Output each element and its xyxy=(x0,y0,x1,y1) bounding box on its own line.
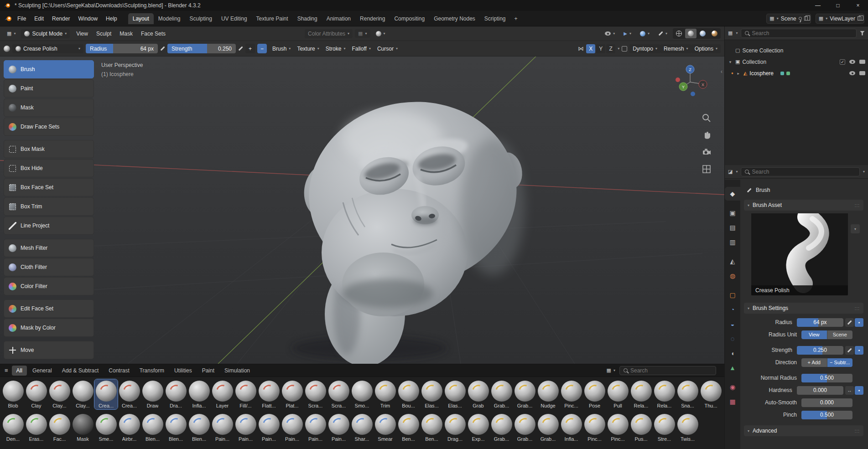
radius-pressure-icon[interactable] xyxy=(161,46,165,51)
brush-asset[interactable]: Grab... xyxy=(513,379,536,409)
display-size-button[interactable]: ▦ ▾ xyxy=(603,366,619,375)
properties-search-input[interactable] xyxy=(752,169,856,175)
brush-asset[interactable]: Twis... xyxy=(676,413,699,443)
brush-asset[interactable]: Stre... xyxy=(653,413,676,443)
asset-shelf-tab[interactable]: Contrast xyxy=(104,366,134,376)
properties-editor-icon[interactable]: ◪ xyxy=(728,169,733,175)
brush-asset[interactable]: Smear xyxy=(374,413,397,443)
brush-asset[interactable]: Elas... xyxy=(443,379,467,409)
pressure-icon[interactable] xyxy=(845,318,854,327)
camera-view-icon[interactable] xyxy=(702,147,712,157)
proportional-editing-button[interactable]: ▾ xyxy=(373,30,389,38)
symmetry-axis-button[interactable]: Y xyxy=(596,44,605,53)
brush-asset[interactable]: Clay... xyxy=(71,379,94,409)
disable-in-render-icon[interactable] xyxy=(859,71,865,75)
asset-shelf-tab[interactable]: Transform xyxy=(135,366,169,376)
pressure-icon[interactable] xyxy=(845,346,854,355)
workspace-tab[interactable]: Texture Paint xyxy=(252,13,293,24)
sidebar-toggle-icon[interactable]: ‹ xyxy=(721,68,722,75)
brush-asset[interactable]: Crea... xyxy=(118,379,141,409)
brush-asset[interactable]: Crea... xyxy=(94,379,118,409)
toggle-option[interactable]: View xyxy=(801,330,827,339)
brush-asset[interactable]: Sme... xyxy=(94,413,118,443)
hardness-slider[interactable]: 0.000 xyxy=(797,386,843,395)
editor-type-button[interactable]: ▦ ▾ xyxy=(4,29,19,38)
panel-grip-icon[interactable]: ::: xyxy=(855,203,860,208)
brush-asset[interactable]: Trim xyxy=(374,379,397,409)
pinch-slider[interactable]: 0.500 xyxy=(801,411,852,419)
unified-hardness-toggle[interactable]: ▪ xyxy=(855,386,863,395)
workspace-tab[interactable]: UV Editing xyxy=(217,13,252,24)
invert-pressure-icon[interactable]: ↔ xyxy=(845,386,854,395)
mode-selector[interactable]: Sculpt Mode ▾ xyxy=(21,29,70,38)
brush-asset[interactable]: Flatt... xyxy=(257,379,281,409)
close-button[interactable]: × xyxy=(848,0,868,11)
brush-asset[interactable]: Rela... xyxy=(653,379,676,409)
properties-tab[interactable]: ◒ xyxy=(725,317,740,331)
unified-radius-toggle[interactable]: ▪ xyxy=(855,318,863,327)
tool-dropdown[interactable]: Stroke ▾ xyxy=(322,44,349,53)
properties-tab[interactable]: ▥ xyxy=(725,235,740,249)
move-view-hand-icon[interactable] xyxy=(702,129,712,139)
brush-asset[interactable]: Grab... xyxy=(536,413,560,443)
sculpt-option-dropdown[interactable]: Options ▾ xyxy=(691,44,721,53)
brush-asset[interactable]: Elas... xyxy=(420,379,443,409)
shading-wireframe-button[interactable] xyxy=(673,29,685,38)
properties-tab[interactable]: ◉ xyxy=(725,380,740,394)
asset-shelf-tab[interactable]: All xyxy=(12,366,27,376)
tool-dropdown[interactable]: Texture ▾ xyxy=(294,44,322,53)
outliner-search[interactable] xyxy=(741,29,857,38)
brush-asset[interactable]: Pus... xyxy=(629,413,653,443)
annotation-dropdown[interactable]: ▾ xyxy=(655,30,670,37)
brush-asset[interactable]: Blob xyxy=(1,379,25,409)
viewport-canvas[interactable]: User Perspective (1) Icosphere Z X Y xyxy=(0,57,724,364)
gizmos-dropdown[interactable]: ▶ ▾ xyxy=(620,30,634,37)
workspace-tab[interactable]: Layout xyxy=(128,13,154,24)
brush-asset[interactable]: Blen... xyxy=(187,413,211,443)
hide-in-viewport-icon[interactable] xyxy=(849,60,855,64)
brush-asset[interactable]: Pain... xyxy=(234,413,257,443)
menu-item[interactable]: Window xyxy=(74,14,102,24)
auto-smooth-slider[interactable]: 0.000 xyxy=(801,398,852,407)
hide-in-viewport-icon[interactable] xyxy=(849,71,855,75)
symmetry-icon[interactable]: ⋈ xyxy=(578,45,584,52)
shading-rendered-button[interactable] xyxy=(709,29,720,38)
unified-strength-toggle[interactable]: ▪ xyxy=(855,346,863,355)
navigation-gizmo[interactable]: Z X Y xyxy=(672,63,708,99)
normal-radius-slider[interactable]: 0.500 xyxy=(801,374,852,382)
brush-asset[interactable]: Grab... xyxy=(513,413,536,443)
workspace-tab[interactable]: Rendering xyxy=(355,13,390,24)
properties-tab[interactable]: ▣ xyxy=(725,206,740,220)
tool-button[interactable]: Box Mask xyxy=(4,140,94,158)
advanced-panel-header[interactable]: ▾ Advanced ::: xyxy=(744,425,863,436)
workspace-tab[interactable]: Sculpting xyxy=(185,13,217,24)
strength-slider[interactable]: 0.250 xyxy=(797,346,843,355)
brush-asset[interactable]: Scra... xyxy=(304,379,327,409)
viewport-menu-item[interactable]: Face Sets xyxy=(137,29,170,38)
symmetry-axis-button[interactable]: Z xyxy=(606,44,615,53)
tool-button[interactable]: Brush xyxy=(4,60,94,78)
brush-preview-dropdown[interactable]: ▾ xyxy=(851,224,860,233)
asset-shelf-tab[interactable]: Add & Subtract xyxy=(57,366,104,376)
tool-button[interactable]: Line Project xyxy=(4,217,94,235)
overlays-dropdown[interactable]: ▾ xyxy=(637,30,653,38)
brush-asset[interactable]: Fac... xyxy=(48,413,71,443)
expand-icon[interactable]: ▸ xyxy=(736,71,741,76)
brush-asset-panel-header[interactable]: ▾ Brush Asset ::: xyxy=(744,200,863,211)
direction-subtract-button[interactable]: − xyxy=(257,44,267,53)
properties-tab[interactable]: ▢ xyxy=(725,288,740,302)
properties-tab[interactable]: ◭ xyxy=(725,254,740,268)
brush-asset[interactable]: Plat... xyxy=(281,379,304,409)
properties-tab[interactable]: ◔ xyxy=(725,303,740,316)
tool-button[interactable]: Edit Face Set xyxy=(4,299,94,318)
properties-tab[interactable]: ◆ xyxy=(725,187,740,201)
menu-item[interactable]: File xyxy=(13,14,30,24)
disable-in-render-icon[interactable] xyxy=(859,60,865,64)
tool-button[interactable]: Box Trim xyxy=(4,197,94,216)
collapse-icon[interactable]: ▾ xyxy=(728,60,733,64)
sculpt-option-dropdown[interactable]: Dyntopo ▾ xyxy=(629,44,660,53)
outliner-row-collection[interactable]: ▾ ▣ Collection ✓ xyxy=(725,56,868,67)
viewport-menu-item[interactable]: View xyxy=(72,29,92,38)
outliner-search-input[interactable] xyxy=(752,30,852,36)
symmetry-axis-button[interactable]: X xyxy=(586,44,595,53)
